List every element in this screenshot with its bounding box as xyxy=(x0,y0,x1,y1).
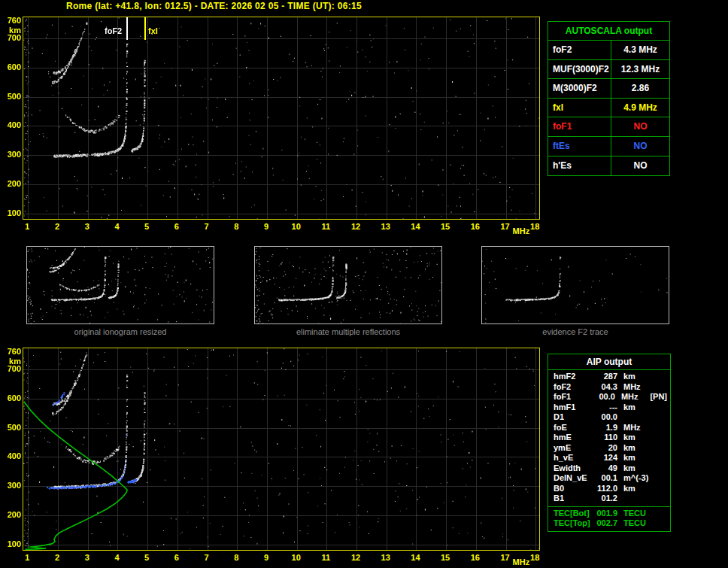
autoscala-param-value: 12.3 MHz xyxy=(611,60,669,79)
autoscala-param-label: h'Es xyxy=(548,156,611,176)
aip-tec-row: TEC[Top]002.7TECU xyxy=(548,518,670,529)
aip-param-note xyxy=(654,473,670,484)
aip-row: Ewidth49km xyxy=(548,463,670,474)
x-axis-tick-label: 2 xyxy=(50,223,65,231)
aip-row: D100.0 xyxy=(548,412,670,423)
thumbnail-canvas-eliminate xyxy=(255,247,441,323)
aip-row: B0112.0km xyxy=(548,484,670,494)
y-axis-tick-label: 700 xyxy=(2,365,21,373)
x-axis-tick-label: 17 xyxy=(498,554,513,562)
x-axis-tick-label: 6 xyxy=(169,223,184,231)
aip-param-value: 110 xyxy=(592,433,617,443)
aip-param-name: hmF2 xyxy=(548,372,592,382)
aip-param-note xyxy=(654,518,670,529)
aip-param-name: B0 xyxy=(548,484,592,494)
aip-param-unit: km xyxy=(617,463,654,474)
thumbnail-caption-f2trace: evidence F2 trace xyxy=(481,327,669,336)
aip-param-unit xyxy=(617,412,654,423)
aip-param-name: TEC[Bot] xyxy=(548,509,592,519)
aip-param-value: 00.1 xyxy=(592,473,617,484)
aip-table-title: AIP output xyxy=(548,354,670,370)
foF2-marker-line xyxy=(126,17,128,40)
aip-param-name: D1 xyxy=(548,412,592,423)
aip-param-value: 04.3 xyxy=(592,382,617,393)
aip-param-value: 01.2 xyxy=(592,494,617,504)
x-axis-tick-label: 6 xyxy=(169,554,184,562)
aip-param-note xyxy=(654,463,670,474)
ionogram-canvas-recorded xyxy=(23,17,539,219)
aip-param-unit: m^(-3) xyxy=(617,473,654,484)
x-axis-tick-label: 7 xyxy=(199,554,214,562)
autoscala-param-value: NO xyxy=(611,137,669,156)
aip-param-name: ymE xyxy=(548,443,592,454)
y-axis-tick-label: 100 xyxy=(2,540,21,548)
aip-param-value: 124 xyxy=(592,453,617,463)
aip-param-unit: km xyxy=(617,443,654,454)
aip-row: DelN_vE00.1m^(-3) xyxy=(548,473,670,484)
x-axis-tick-label: 1 xyxy=(20,554,35,562)
autoscala-param-value: NO xyxy=(611,156,669,176)
y-axis-tick-label: 600 xyxy=(2,394,21,402)
x-axis-tick-label: 8 xyxy=(229,223,244,231)
ionogram-plot-recorded: foF2 fxI xyxy=(23,17,540,220)
aip-param-value: 287 xyxy=(592,372,617,382)
x-axis-tick-label: 7 xyxy=(199,223,214,231)
x-axis-tick-label: 10 xyxy=(289,223,304,231)
x-axis-tick-label: 15 xyxy=(438,223,453,231)
thumbnail-f2-trace xyxy=(481,246,669,324)
aip-tec-row: TEC[Bot]001.9TECU xyxy=(548,509,670,519)
thumbnail-canvas-f2trace xyxy=(482,247,669,323)
aip-param-note xyxy=(654,372,670,382)
aip-row: ymE20km xyxy=(548,443,670,454)
aip-param-unit: TECU xyxy=(617,518,654,529)
aip-param-value: 1.9 xyxy=(592,423,617,433)
y-axis-tick-label: 100 xyxy=(2,209,21,217)
aip-param-unit: km xyxy=(617,484,654,494)
aip-param-name: foF2 xyxy=(548,382,592,393)
x-axis-tick-label: 1 xyxy=(20,223,35,231)
ionogram-plot-profile xyxy=(23,348,540,551)
x-axis-tick-label: 13 xyxy=(378,223,393,231)
aip-param-note xyxy=(654,423,670,433)
aip-row: foF204.3MHz xyxy=(548,382,670,393)
autoscala-row: MUF(3000)F212.3 MHz xyxy=(548,60,669,80)
thumbnail-caption-eliminate: eliminate multiple reflections xyxy=(254,327,442,336)
autoscala-row: ftEsNO xyxy=(548,137,669,156)
x-axis-tick-label: 4 xyxy=(109,223,124,231)
aip-param-unit: TECU xyxy=(617,509,654,519)
aip-param-value: 49 xyxy=(592,463,617,474)
x-axis-tick-label: 5 xyxy=(139,223,154,231)
y-axis-tick-label: 300 xyxy=(2,150,21,159)
aip-param-unit: km xyxy=(617,402,654,413)
aip-row: hmE110km xyxy=(548,433,670,443)
x-axis-tick-label: 15 xyxy=(438,554,453,562)
autoscala-param-label: M(3000)F2 xyxy=(548,79,611,98)
x-axis-tick-label: 12 xyxy=(348,223,363,231)
thumbnail-original-ionogram xyxy=(26,246,214,324)
autoscala-param-label: fxI xyxy=(548,99,611,117)
aip-param-unit xyxy=(617,494,654,504)
autoscala-window: Rome (lat: +41.8, lon: 012.5) - DATE: 20… xyxy=(0,0,728,568)
aip-tec-separator xyxy=(548,506,670,507)
aip-row: hmF2287km xyxy=(548,372,670,382)
thumbnail-canvas-original xyxy=(27,247,214,323)
y-axis-unit-label: km xyxy=(2,26,21,35)
aip-param-name: hmE xyxy=(548,433,592,443)
autoscala-param-value: NO xyxy=(611,117,669,136)
x-axis-tick-label: 4 xyxy=(109,554,124,562)
aip-param-note xyxy=(654,453,670,463)
aip-param-unit: km xyxy=(617,453,654,463)
x-axis-tick-label: 5 xyxy=(139,554,154,562)
aip-param-note xyxy=(654,433,670,443)
autoscala-param-label: ftEs xyxy=(548,137,611,156)
aip-param-value: 002.7 xyxy=(592,518,617,529)
y-axis-tick-label: 200 xyxy=(2,511,21,519)
aip-param-note xyxy=(654,494,670,504)
aip-param-value: --- xyxy=(592,402,617,413)
aip-param-note xyxy=(654,443,670,454)
aip-tec-rows: TEC[Bot]001.9TECUTEC[Top]002.7TECU xyxy=(548,509,670,531)
aip-param-note xyxy=(654,509,670,519)
x-axis-tick-label: 8 xyxy=(229,554,244,562)
aip-param-unit: km xyxy=(617,372,654,382)
aip-param-name: Ewidth xyxy=(548,463,592,474)
